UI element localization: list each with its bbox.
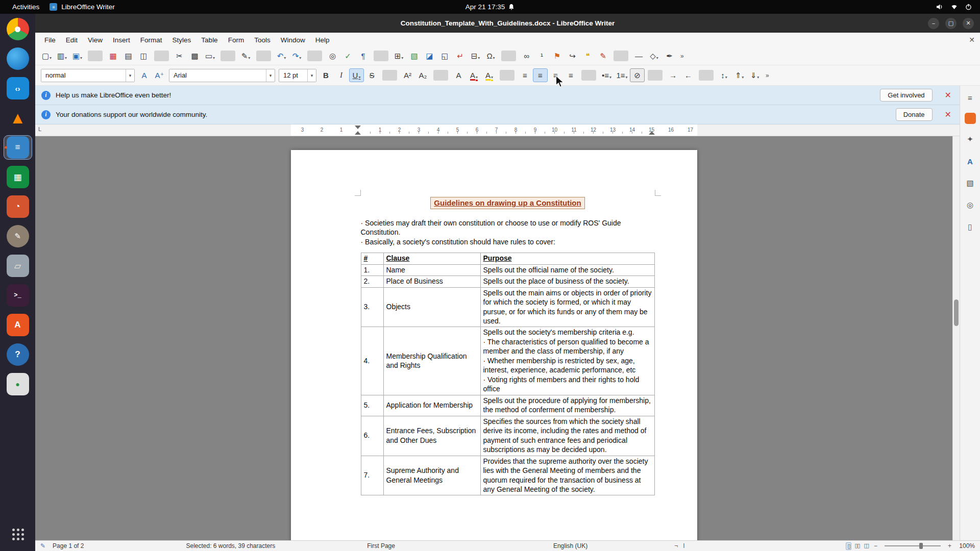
document-heading-selected[interactable]: Guidelines on drawing up a Constitution [430, 197, 584, 209]
table-row[interactable]: 3. Objects Spells out the main aims or o… [361, 288, 654, 328]
font-size-select[interactable]: 12 pt ▾ [279, 69, 316, 82]
maximize-button[interactable]: ▢ [945, 18, 957, 29]
table-row[interactable]: 5. Application for Membership Spells out… [361, 395, 654, 416]
line-spacing-icon[interactable]: ↕ [717, 68, 731, 82]
zoom-slider-thumb[interactable] [919, 543, 923, 549]
bullet-list-icon[interactable]: •≡ [599, 68, 614, 82]
hyperlink-icon[interactable]: ∞ [519, 49, 534, 63]
page-deck-icon[interactable]: ▯ [964, 220, 977, 234]
table-row[interactable]: 7. Supreme Authority and General Meeting… [361, 456, 654, 495]
impress-icon[interactable]: ◔ [4, 194, 32, 219]
print-preview-icon[interactable]: ◫ [136, 49, 151, 63]
increase-indent-icon[interactable]: → [666, 68, 680, 82]
activities-button[interactable]: Activities [12, 3, 39, 11]
insert-image-icon[interactable]: ▧ [407, 49, 422, 63]
vlc-icon[interactable]: ▲ [4, 106, 32, 130]
spelling-icon[interactable]: ✓ [340, 49, 355, 63]
increase-paragraph-spacing-icon[interactable]: ⇑ [732, 68, 747, 82]
vertical-scrollbar[interactable] [952, 136, 960, 540]
page-count-label[interactable]: Page 1 of 2 [53, 542, 84, 549]
system-status-menu[interactable] [936, 4, 972, 10]
copy-icon[interactable]: ▩ [187, 49, 202, 63]
libreoffice-start-icon[interactable] [965, 113, 976, 124]
vscode-icon[interactable]: ‹› [4, 76, 32, 101]
new-document-icon[interactable]: ▢ [39, 49, 54, 63]
formatting-marks-icon[interactable]: ¶ [356, 49, 371, 63]
underline-icon[interactable]: U [349, 68, 364, 82]
close-document-icon[interactable]: ✕ [969, 36, 975, 44]
language-label[interactable]: English (UK) [553, 542, 587, 549]
software-store-icon[interactable]: A [4, 313, 32, 337]
align-right-icon[interactable]: ≡ [548, 68, 563, 82]
menu-item[interactable]: Edit [61, 35, 83, 45]
tab-stop-selector[interactable]: L [38, 126, 41, 132]
document-paragraph[interactable]: · Societies may draft their own constitu… [361, 218, 655, 237]
close-button[interactable]: ✕ [963, 18, 974, 29]
menu-item[interactable]: Window [276, 35, 310, 45]
footnote-icon[interactable]: ¹ [534, 49, 549, 63]
infobar-close-icon[interactable]: ✕ [945, 90, 951, 100]
scrollbar-thumb[interactable] [954, 299, 959, 326]
gallery-icon[interactable]: ▧ [964, 177, 977, 190]
chevron-down-icon[interactable]: ▾ [266, 69, 275, 82]
font-color-icon[interactable]: A [467, 68, 481, 82]
window-titlebar[interactable]: Constitution_Template_With_Guidelines.do… [35, 14, 980, 33]
menu-item[interactable]: Tools [249, 35, 276, 45]
files-icon[interactable]: ▱ [4, 254, 32, 278]
strikethrough-icon[interactable]: S [364, 68, 379, 82]
special-character-icon[interactable]: Ω [483, 49, 498, 63]
clear-formatting-icon[interactable]: A [451, 68, 466, 82]
table-row[interactable]: 1. Name Spells out the official name of … [361, 265, 654, 276]
infobar-close-icon[interactable]: ✕ [945, 110, 951, 119]
print-icon[interactable]: ▤ [121, 49, 136, 63]
horizontal-ruler[interactable]: L 3211234567891011121314151617 [35, 124, 960, 136]
update-style-icon[interactable]: A [137, 68, 152, 82]
open-file-icon[interactable]: ▥ [55, 49, 69, 63]
undo-icon[interactable]: ↶ [274, 49, 289, 63]
export-pdf-icon[interactable]: ▦ [106, 49, 120, 63]
table-row[interactable]: 2. Place of Business Spells out the plac… [361, 276, 654, 287]
cut-icon[interactable]: ✂ [172, 49, 187, 63]
bookmark-icon[interactable]: ⚑ [550, 49, 565, 63]
thunderbird-icon[interactable] [4, 46, 32, 71]
bold-icon[interactable]: B [318, 68, 333, 82]
menu-item[interactable]: Format [135, 35, 167, 45]
menu-item[interactable]: File [39, 35, 61, 45]
properties-icon[interactable]: ✦ [964, 133, 977, 146]
insert-field-icon[interactable]: ⊟ [468, 49, 483, 63]
no-list-icon[interactable]: ⊘ [630, 68, 645, 82]
selection-mode-icon[interactable]: I [683, 542, 684, 549]
find-replace-icon[interactable]: ◎ [325, 49, 340, 63]
multi-page-view-icon[interactable]: ▯▯ [853, 542, 861, 550]
horizontal-line-icon[interactable]: — [631, 49, 646, 63]
insert-table-icon[interactable]: ⊞ [391, 49, 406, 63]
document-canvas[interactable]: Guidelines on drawing up a Constitution … [35, 136, 952, 540]
paragraph-style-select[interactable]: normal ▾ [41, 69, 135, 82]
highlight-color-icon[interactable]: A [482, 68, 497, 82]
styles-icon[interactable]: A [964, 155, 977, 168]
chrome-icon[interactable] [4, 17, 32, 41]
first-line-indent-marker[interactable] [355, 126, 361, 129]
insert-textbox-icon[interactable]: ◱ [437, 49, 452, 63]
extra-app-icon[interactable]: ● [4, 372, 32, 396]
minimize-button[interactable]: − [928, 18, 939, 29]
cross-reference-icon[interactable]: ↪ [565, 49, 580, 63]
chevron-down-icon[interactable]: ▾ [126, 69, 134, 82]
navigator-icon[interactable]: ◎ [964, 198, 977, 212]
calc-icon[interactable]: ▦ [4, 165, 32, 189]
font-name-select[interactable]: Arial ▾ [169, 69, 275, 82]
draw-functions-icon[interactable]: ✒ [662, 49, 677, 63]
numbered-list-icon[interactable]: 1≡ [615, 68, 629, 82]
focused-app-indicator[interactable]: ≡ LibreOffice Writer [50, 3, 115, 11]
justify-icon[interactable]: ≡ [564, 68, 578, 82]
table-row[interactable]: 4. Membership Qualification and Rights S… [361, 327, 654, 395]
redo-icon[interactable]: ↷ [289, 49, 304, 63]
word-count-label[interactable]: Selected: 6 words, 39 characters [186, 542, 275, 549]
zoom-slider[interactable] [885, 545, 941, 546]
terminal-icon[interactable]: >_ [4, 283, 32, 308]
donate-button[interactable]: Donate [896, 108, 933, 121]
toolbar-overflow-icon[interactable]: » [677, 53, 687, 60]
right-indent-marker[interactable] [649, 131, 655, 135]
superscript-icon[interactable]: A² [400, 68, 415, 82]
insert-chart-icon[interactable]: ◪ [422, 49, 437, 63]
